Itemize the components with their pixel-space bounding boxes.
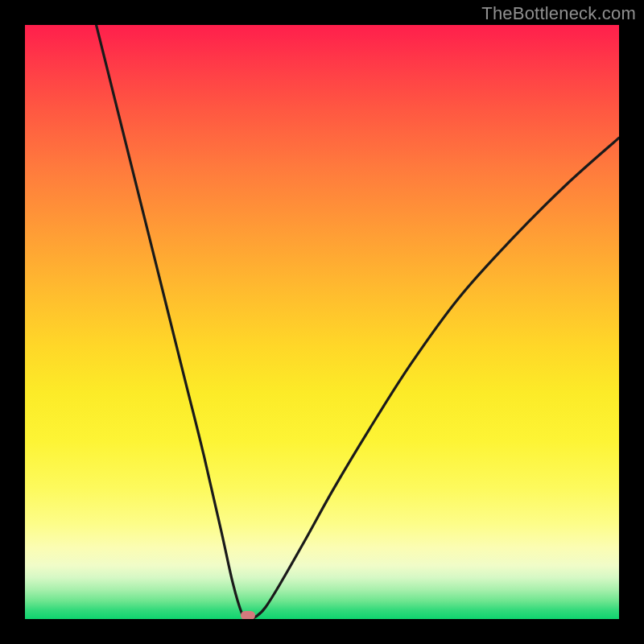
optimal-point-marker <box>241 611 255 619</box>
plot-area <box>25 25 619 619</box>
watermark-text: TheBottleneck.com <box>481 3 636 24</box>
chart-frame: TheBottleneck.com <box>0 0 644 644</box>
bottleneck-curve <box>25 25 619 619</box>
